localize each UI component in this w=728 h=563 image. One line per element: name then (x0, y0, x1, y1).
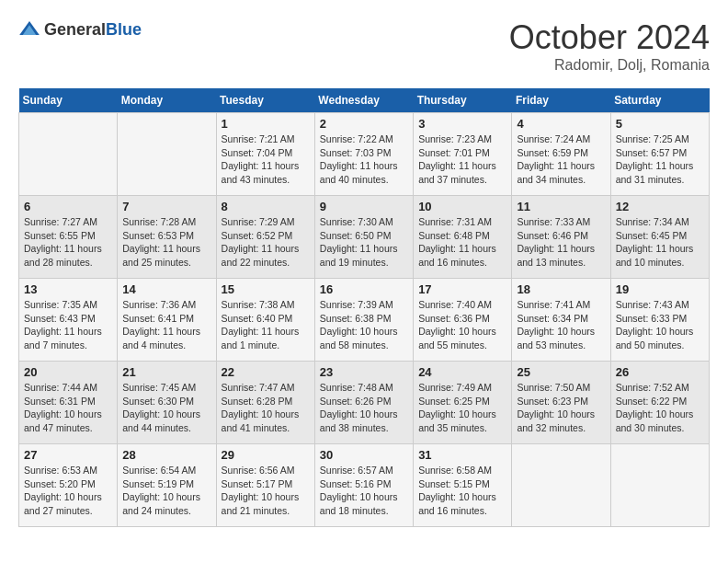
sunset: Sunset: 5:19 PM (122, 478, 194, 489)
sunset: Sunset: 6:48 PM (418, 230, 490, 241)
page-header: GeneralBlue October 2024 Radomir, Dolj, … (18, 18, 710, 74)
sunrise: Sunrise: 7:41 AM (517, 299, 590, 310)
sunset: Sunset: 7:01 PM (418, 147, 490, 158)
sunset: Sunset: 6:45 PM (616, 230, 688, 241)
sunset: Sunset: 6:38 PM (320, 313, 392, 324)
sunrise: Sunrise: 7:23 AM (418, 133, 492, 144)
daylight: Daylight: 11 hours and 43 minutes. (222, 160, 300, 185)
daylight: Daylight: 10 hours and 21 minutes. (222, 491, 300, 516)
calendar-cell: 18 Sunrise: 7:41 AM Sunset: 6:34 PM Dayl… (512, 279, 610, 362)
day-number: 22 (222, 365, 310, 379)
day-number: 16 (320, 282, 408, 296)
day-of-week-header: Saturday (610, 88, 709, 113)
sunrise: Sunrise: 7:50 AM (517, 382, 590, 393)
daylight: Daylight: 10 hours and 47 minutes. (24, 408, 102, 433)
sunset: Sunset: 6:43 PM (24, 313, 96, 324)
daylight: Daylight: 11 hours and 19 minutes. (320, 243, 398, 268)
daylight: Daylight: 10 hours and 27 minutes. (24, 491, 102, 516)
sunrise: Sunrise: 7:39 AM (320, 299, 393, 310)
day-number: 12 (616, 200, 704, 213)
day-number: 7 (122, 200, 210, 213)
daylight: Daylight: 11 hours and 28 minutes. (24, 243, 102, 268)
sunrise: Sunrise: 7:33 AM (517, 216, 590, 227)
day-info: Sunrise: 6:54 AM Sunset: 5:19 PM Dayligh… (122, 464, 210, 518)
day-info: Sunrise: 7:22 AM Sunset: 7:03 PM Dayligh… (320, 132, 408, 187)
daylight: Daylight: 10 hours and 44 minutes. (122, 408, 200, 433)
sunrise: Sunrise: 7:22 AM (320, 133, 393, 144)
day-info: Sunrise: 7:39 AM Sunset: 6:38 PM Dayligh… (320, 298, 408, 352)
daylight: Daylight: 11 hours and 37 minutes. (418, 160, 496, 185)
daylight: Daylight: 11 hours and 4 minutes. (122, 326, 200, 350)
day-number: 28 (122, 448, 210, 462)
calendar-week-row: 6 Sunrise: 7:27 AM Sunset: 6:55 PM Dayli… (19, 196, 710, 279)
daylight: Daylight: 10 hours and 32 minutes. (517, 408, 595, 433)
sunset: Sunset: 6:46 PM (517, 230, 588, 241)
daylight: Daylight: 10 hours and 24 minutes. (122, 491, 200, 516)
daylight: Daylight: 11 hours and 25 minutes. (122, 243, 200, 268)
sunset: Sunset: 6:55 PM (24, 230, 96, 241)
day-info: Sunrise: 6:57 AM Sunset: 5:16 PM Dayligh… (320, 464, 408, 518)
day-number: 3 (418, 117, 506, 131)
daylight: Daylight: 10 hours and 35 minutes. (418, 408, 496, 433)
calendar-cell: 21 Sunrise: 7:45 AM Sunset: 6:30 PM Dayl… (118, 362, 216, 444)
day-number: 24 (418, 365, 506, 379)
day-number: 31 (418, 448, 506, 462)
calendar-cell: 17 Sunrise: 7:40 AM Sunset: 6:36 PM Dayl… (414, 279, 512, 362)
calendar-week-row: 20 Sunrise: 7:44 AM Sunset: 6:31 PM Dayl… (19, 362, 710, 444)
daylight: Daylight: 11 hours and 16 minutes. (418, 243, 496, 268)
calendar-cell (512, 444, 610, 527)
day-info: Sunrise: 7:52 AM Sunset: 6:22 PM Dayligh… (616, 381, 704, 435)
sunrise: Sunrise: 7:47 AM (222, 382, 295, 393)
day-info: Sunrise: 6:53 AM Sunset: 5:20 PM Dayligh… (24, 464, 112, 518)
calendar-cell: 29 Sunrise: 6:56 AM Sunset: 5:17 PM Dayl… (216, 444, 314, 527)
sunrise: Sunrise: 7:45 AM (122, 382, 196, 393)
sunrise: Sunrise: 7:21 AM (222, 133, 295, 144)
sunset: Sunset: 5:20 PM (24, 478, 96, 489)
day-number: 27 (24, 448, 112, 462)
day-number: 11 (517, 200, 605, 213)
calendar-cell: 27 Sunrise: 6:53 AM Sunset: 5:20 PM Dayl… (19, 444, 118, 527)
sunset: Sunset: 6:28 PM (222, 396, 293, 407)
day-number: 18 (517, 282, 605, 296)
sunset: Sunset: 6:40 PM (222, 313, 293, 324)
sunrise: Sunrise: 7:49 AM (418, 382, 492, 393)
calendar-cell: 2 Sunrise: 7:22 AM Sunset: 7:03 PM Dayli… (314, 113, 413, 196)
day-number: 2 (320, 117, 408, 131)
day-info: Sunrise: 7:40 AM Sunset: 6:36 PM Dayligh… (418, 298, 506, 352)
calendar-cell: 25 Sunrise: 7:50 AM Sunset: 6:23 PM Dayl… (512, 362, 610, 444)
calendar-week-row: 13 Sunrise: 7:35 AM Sunset: 6:43 PM Dayl… (19, 279, 710, 362)
calendar-cell: 26 Sunrise: 7:52 AM Sunset: 6:22 PM Dayl… (610, 362, 709, 444)
daylight: Daylight: 10 hours and 58 minutes. (320, 326, 398, 350)
day-of-week-header: Friday (512, 88, 610, 113)
daylight: Daylight: 10 hours and 18 minutes. (320, 491, 398, 516)
day-number: 10 (418, 200, 506, 213)
daylight: Daylight: 11 hours and 34 minutes. (517, 160, 595, 185)
sunrise: Sunrise: 6:57 AM (320, 465, 393, 476)
daylight: Daylight: 11 hours and 31 minutes. (616, 160, 694, 185)
day-info: Sunrise: 7:47 AM Sunset: 6:28 PM Dayligh… (222, 381, 310, 435)
calendar-cell: 4 Sunrise: 7:24 AM Sunset: 6:59 PM Dayli… (512, 113, 610, 196)
day-number: 6 (24, 200, 112, 213)
daylight: Daylight: 10 hours and 30 minutes. (616, 408, 694, 433)
sunset: Sunset: 6:57 PM (616, 147, 688, 158)
sunset: Sunset: 6:36 PM (418, 313, 490, 324)
day-info: Sunrise: 7:31 AM Sunset: 6:48 PM Dayligh… (418, 215, 506, 270)
day-info: Sunrise: 7:27 AM Sunset: 6:55 PM Dayligh… (24, 215, 112, 270)
day-info: Sunrise: 7:33 AM Sunset: 6:46 PM Dayligh… (517, 215, 605, 270)
day-info: Sunrise: 6:58 AM Sunset: 5:15 PM Dayligh… (418, 464, 506, 518)
calendar-cell: 12 Sunrise: 7:34 AM Sunset: 6:45 PM Dayl… (610, 196, 709, 279)
calendar-cell: 15 Sunrise: 7:38 AM Sunset: 6:40 PM Dayl… (216, 279, 314, 362)
day-info: Sunrise: 7:50 AM Sunset: 6:23 PM Dayligh… (517, 381, 605, 435)
calendar-cell: 3 Sunrise: 7:23 AM Sunset: 7:01 PM Dayli… (414, 113, 512, 196)
day-number: 19 (616, 282, 704, 296)
sunrise: Sunrise: 7:38 AM (222, 299, 295, 310)
day-number: 8 (222, 200, 310, 213)
daylight: Daylight: 11 hours and 40 minutes. (320, 160, 398, 185)
daylight: Daylight: 10 hours and 16 minutes. (418, 491, 496, 516)
sunrise: Sunrise: 7:44 AM (24, 382, 97, 393)
daylight: Daylight: 10 hours and 50 minutes. (616, 326, 694, 350)
calendar-cell: 14 Sunrise: 7:36 AM Sunset: 6:41 PM Dayl… (118, 279, 216, 362)
calendar-cell: 8 Sunrise: 7:29 AM Sunset: 6:52 PM Dayli… (216, 196, 314, 279)
sunrise: Sunrise: 6:58 AM (418, 465, 492, 476)
sunset: Sunset: 5:16 PM (320, 478, 392, 489)
